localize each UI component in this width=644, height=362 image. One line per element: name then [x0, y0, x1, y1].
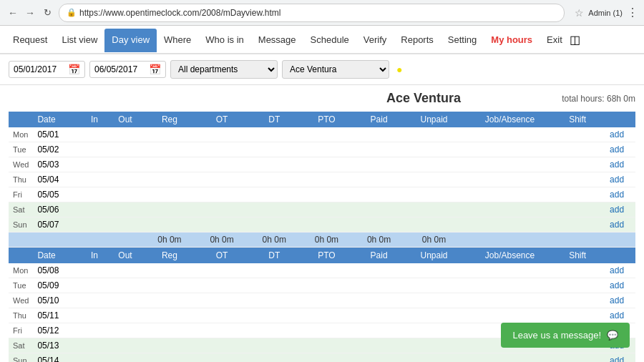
nav-request[interactable]: Request: [6, 29, 54, 52]
nav-reports[interactable]: Reports: [394, 29, 441, 52]
col-unpaid: Unpaid: [405, 112, 463, 127]
table-header-1: Date In Out Reg OT DT PTO Paid Unpaid Jo…: [9, 112, 635, 127]
add-link[interactable]: add: [610, 280, 624, 290]
nav-dayview[interactable]: Day view: [104, 29, 157, 52]
nav-setting[interactable]: Setting: [441, 29, 484, 52]
col-paid: Paid: [353, 112, 405, 127]
col-in: In: [82, 112, 107, 127]
nav-whoisin[interactable]: Who is in: [198, 29, 250, 52]
title-row: Ace Ventura total hours: 68h 0m: [9, 91, 635, 106]
nav-buttons: ← → ↻: [6, 6, 54, 20]
summary-row: 0h 0m0h 0m0h 0m0h 0m0h 0m0h 0m: [9, 233, 635, 248]
forward-button[interactable]: →: [23, 6, 37, 20]
nav-listview[interactable]: List view: [54, 29, 104, 52]
total-hours: total hours: 68h 0m: [562, 94, 635, 104]
col-dt: DT: [248, 112, 301, 127]
chat-label: Leave us a message!: [512, 330, 601, 341]
add-link[interactable]: add: [610, 356, 624, 362]
calendar-from-btn[interactable]: 📅: [68, 64, 80, 75]
add-link[interactable]: add: [610, 265, 624, 275]
admin-badge: Admin (1): [588, 9, 623, 17]
page-title: Ace Ventura: [286, 91, 562, 106]
add-link[interactable]: add: [610, 145, 624, 155]
star-icon[interactable]: ☆: [575, 7, 584, 19]
col-date: Date: [33, 112, 82, 127]
date-from-wrap: 📅: [9, 61, 85, 78]
table-row: Mon05/08add: [9, 263, 635, 278]
table-row: Sat05/06add: [9, 202, 635, 217]
date-to-wrap: 📅: [89, 61, 166, 78]
lock-icon: 🔒: [67, 8, 77, 17]
browser-bar: ← → ↻ 🔒 https://www.opentimeclock.com/20…: [0, 0, 644, 26]
back-button[interactable]: ←: [6, 6, 20, 20]
employee-select[interactable]: Ace Ventura: [282, 60, 389, 79]
date-from-input[interactable]: [14, 64, 65, 74]
add-link[interactable]: add: [610, 295, 624, 305]
main-content: Ace Ventura total hours: 68h 0m Date In …: [0, 85, 644, 362]
table-row: Wed05/10add: [9, 293, 635, 308]
cursor-indicator: ●: [396, 64, 402, 75]
nav-message[interactable]: Message: [251, 29, 303, 52]
nav-verify[interactable]: Verify: [356, 29, 394, 52]
add-link[interactable]: add: [610, 190, 624, 200]
browser-right: ☆ Admin (1) ⋮: [575, 6, 638, 19]
add-link[interactable]: add: [610, 175, 624, 185]
department-select[interactable]: All departments: [170, 60, 278, 79]
date-to-input[interactable]: [94, 64, 146, 74]
col-out: Out: [107, 112, 144, 127]
table-row: Fri05/05add: [9, 187, 635, 202]
table-row: Mon05/01add: [9, 127, 635, 142]
add-link[interactable]: add: [610, 129, 624, 140]
nav-exit[interactable]: Exit: [540, 29, 570, 52]
nav-schedule[interactable]: Schedule: [303, 29, 356, 52]
address-bar[interactable]: 🔒 https://www.opentimeclock.com/2008/mDa…: [59, 4, 565, 22]
table-row: Sun05/14add: [9, 353, 635, 363]
toolbar: 📅 📅 All departments Ace Ventura ●: [0, 54, 644, 85]
menu-icon[interactable]: ⋮: [627, 6, 638, 19]
table-row: Sun05/07add: [9, 217, 635, 233]
col-pto: PTO: [301, 112, 353, 127]
col-reg: Reg: [143, 112, 195, 127]
calendar-to-btn[interactable]: 📅: [149, 64, 161, 75]
col-shift: Shift: [557, 112, 598, 127]
add-link[interactable]: add: [610, 160, 624, 170]
app-nav: Request List view Day view Where Who is …: [0, 26, 644, 54]
refresh-button[interactable]: ↻: [40, 6, 54, 20]
chat-button[interactable]: Leave us a message! 💬: [501, 323, 630, 348]
table-row: Thu05/11add: [9, 308, 635, 323]
col-ot: OT: [195, 112, 248, 127]
col-jobabsence: Job/Absence: [463, 112, 557, 127]
table-row: Tue05/09add: [9, 278, 635, 293]
table-header-mid: DateInOutRegOTDTPTOPaidUnpaidJob/Absence…: [9, 248, 635, 264]
nav-where[interactable]: Where: [157, 29, 198, 52]
col-day: [9, 112, 33, 127]
table-row: Tue05/02add: [9, 142, 635, 157]
add-link[interactable]: add: [610, 310, 624, 321]
table-row: Wed05/03add: [9, 157, 635, 172]
add-link[interactable]: add: [610, 220, 624, 230]
nav-myhours[interactable]: My hours: [484, 29, 540, 52]
url-text: https://www.opentimeclock.com/2008/mDayv…: [79, 8, 557, 18]
col-action: [598, 112, 635, 127]
chat-icon: 💬: [607, 330, 618, 341]
add-link[interactable]: add: [610, 205, 624, 215]
grid-icon[interactable]: ◫: [570, 33, 580, 47]
table-row: Thu05/04add: [9, 172, 635, 187]
